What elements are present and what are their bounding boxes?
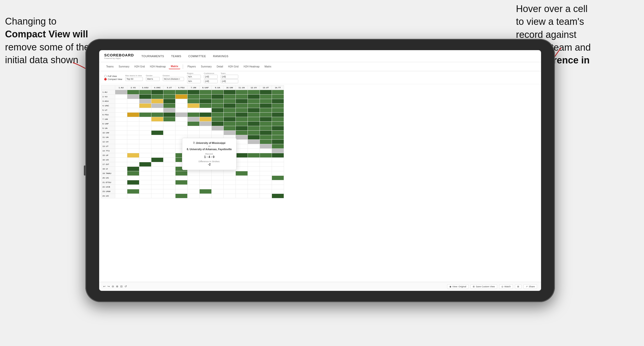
- matrix-cell[interactable]: [200, 113, 212, 117]
- matrix-cell[interactable]: [151, 158, 163, 162]
- matrix-cell[interactable]: [115, 185, 127, 189]
- compact-view-radio[interactable]: Compact View: [104, 78, 122, 80]
- matrix-cell[interactable]: [139, 90, 151, 95]
- gender-select[interactable]: Men's: [146, 77, 160, 81]
- matrix-cell[interactable]: [115, 144, 127, 149]
- zoom-in-icon[interactable]: ⊕: [116, 285, 118, 288]
- matrix-cell[interactable]: [224, 117, 236, 122]
- matrix-cell[interactable]: [272, 99, 284, 104]
- matrix-cell[interactable]: [139, 176, 151, 180]
- matrix-cell[interactable]: [272, 90, 284, 95]
- matrix-cell[interactable]: [139, 99, 151, 104]
- matrix-cell[interactable]: [200, 117, 212, 122]
- matrix-cell[interactable]: [272, 149, 284, 153]
- matrix-cell[interactable]: [127, 140, 139, 144]
- matrix-cell[interactable]: [115, 180, 127, 185]
- matrix-cell[interactable]: [200, 99, 212, 104]
- matrix-cell[interactable]: [248, 144, 260, 149]
- matrix-cell[interactable]: [236, 140, 248, 144]
- matrix-cell[interactable]: [224, 122, 236, 126]
- matrix-cell[interactable]: [139, 180, 151, 185]
- matrix-cell[interactable]: [272, 126, 284, 131]
- matrix-cell[interactable]: [224, 126, 236, 131]
- matrix-cell[interactable]: [248, 194, 260, 198]
- matrix-cell[interactable]: [139, 153, 151, 158]
- matrix-cell[interactable]: [115, 117, 127, 122]
- matrix-cell[interactable]: [127, 126, 139, 131]
- matrix-cell[interactable]: [175, 171, 188, 176]
- matrix-cell[interactable]: [188, 185, 200, 189]
- matrix-cell[interactable]: [175, 122, 188, 126]
- matrix-cell[interactable]: [260, 113, 272, 117]
- matrix-cell[interactable]: [224, 113, 236, 117]
- matrix-cell[interactable]: [212, 108, 224, 113]
- matrix-cell[interactable]: [163, 140, 175, 144]
- matrix-cell[interactable]: [272, 122, 284, 126]
- matrix-cell[interactable]: [115, 158, 127, 162]
- matrix-cell[interactable]: [260, 185, 272, 189]
- matrix-cell[interactable]: [163, 189, 175, 194]
- matrix-cell[interactable]: [163, 153, 175, 158]
- matrix-cell[interactable]: [139, 158, 151, 162]
- matrix-cell[interactable]: [272, 180, 284, 185]
- matrix-cell[interactable]: [272, 113, 284, 117]
- matrix-cell[interactable]: [127, 131, 139, 135]
- matrix-cell[interactable]: [248, 126, 260, 131]
- matrix-cell[interactable]: [200, 104, 212, 108]
- nav-rankings[interactable]: RANKINGS: [213, 55, 228, 58]
- matrix-cell[interactable]: [163, 99, 175, 104]
- redo-icon[interactable]: ↪: [107, 285, 110, 288]
- matrix-cell[interactable]: [163, 95, 175, 99]
- nav-teams[interactable]: TEAMS: [171, 55, 181, 58]
- matrix-cell[interactable]: [127, 176, 139, 180]
- arrange-button[interactable]: ⊞: [515, 284, 521, 289]
- matrix-cell[interactable]: [200, 90, 212, 95]
- matrix-cell[interactable]: [115, 122, 127, 126]
- matrix-cell[interactable]: [200, 108, 212, 113]
- matrix-cell[interactable]: [224, 99, 236, 104]
- matrix-cell[interactable]: [127, 162, 139, 167]
- matrix-cell[interactable]: [248, 122, 260, 126]
- matrix-cell[interactable]: [127, 104, 139, 108]
- matrix-cell[interactable]: [212, 131, 224, 135]
- matrix-cell[interactable]: [212, 117, 224, 122]
- matrix-cell[interactable]: [163, 176, 175, 180]
- matrix-cell[interactable]: [127, 194, 139, 198]
- sub-nav-h2h-heatmap1[interactable]: H2H Heatmap: [148, 64, 168, 69]
- matrix-cell[interactable]: [224, 108, 236, 113]
- matrix-cell[interactable]: [175, 126, 188, 131]
- matrix-cell[interactable]: [151, 131, 163, 135]
- conference-select2[interactable]: (All): [204, 79, 218, 83]
- matrix-cell[interactable]: [163, 149, 175, 153]
- sub-nav-teams[interactable]: Teams: [104, 64, 115, 69]
- matrix-cell[interactable]: [188, 95, 200, 99]
- matrix-cell[interactable]: [236, 126, 248, 131]
- matrix-cell[interactable]: [163, 126, 175, 131]
- matrix-cell[interactable]: [200, 180, 212, 185]
- matrix-cell[interactable]: [115, 113, 127, 117]
- matrix-cell[interactable]: [163, 117, 175, 122]
- matrix-cell[interactable]: [236, 144, 248, 149]
- matrix-cell[interactable]: [236, 153, 248, 158]
- matrix-cell[interactable]: [188, 189, 200, 194]
- refresh-icon[interactable]: ↺: [125, 285, 127, 288]
- matrix-cell[interactable]: [188, 104, 200, 108]
- matrix-cell[interactable]: [163, 113, 175, 117]
- matrix-cell[interactable]: [151, 180, 163, 185]
- matrix-cell[interactable]: [139, 126, 151, 131]
- sub-nav-detail[interactable]: Detail: [215, 64, 225, 69]
- matrix-cell[interactable]: [272, 108, 284, 113]
- matrix-cell[interactable]: [248, 104, 260, 108]
- division-select[interactable]: NCAA Division I: [163, 77, 184, 81]
- matrix-cell[interactable]: [139, 185, 151, 189]
- matrix-cell[interactable]: [175, 189, 188, 194]
- sub-nav-summary2[interactable]: Summary: [199, 64, 214, 69]
- matrix-cell[interactable]: [175, 113, 188, 117]
- matrix-cell[interactable]: [127, 113, 139, 117]
- matrix-cell[interactable]: [260, 180, 272, 185]
- matrix-cell[interactable]: [200, 171, 212, 176]
- matrix-cell[interactable]: [248, 158, 260, 162]
- matrix-cell[interactable]: [115, 104, 127, 108]
- matrix-cell[interactable]: [151, 117, 163, 122]
- matrix-cell[interactable]: [260, 117, 272, 122]
